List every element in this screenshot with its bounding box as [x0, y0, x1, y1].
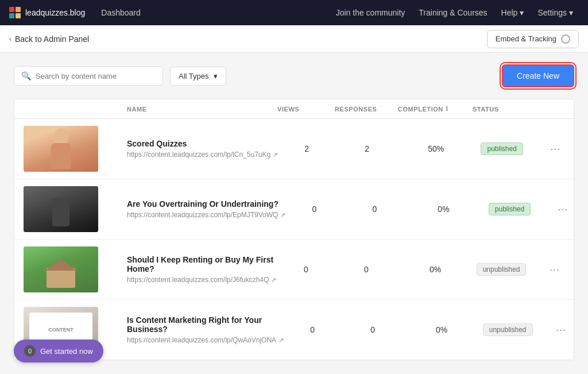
- row-info: Should I Keep Renting or Buy My First Ho…: [127, 255, 277, 284]
- get-started-bubble[interactable]: 0 Get started now: [14, 340, 103, 363]
- nav-help[interactable]: Help ▾: [496, 5, 530, 21]
- row-title: Scored Quizzes: [127, 139, 278, 148]
- row-info: Scored Quizzes https://content.leadquizz…: [127, 139, 278, 159]
- nav-settings[interactable]: Settings ▾: [532, 5, 579, 21]
- back-arrow-icon: ‹: [9, 35, 11, 43]
- row-title: Should I Keep Renting or Buy My First Ho…: [127, 255, 277, 273]
- th-actions: [530, 105, 564, 113]
- search-input[interactable]: [36, 72, 156, 80]
- nav-dashboard[interactable]: Dashboard: [94, 5, 148, 21]
- embed-circle-icon: [561, 34, 570, 44]
- sub-nav-right: Embed & Tracking: [487, 30, 579, 48]
- table-row: Should I Keep Renting or Buy My First Ho…: [14, 240, 574, 300]
- row-url: https://content.leadquizzes.com/lp/lCn_5…: [127, 151, 278, 159]
- row-actions: ···: [530, 261, 564, 278]
- row-views: 2: [278, 144, 335, 153]
- row-completion: 50%: [399, 144, 473, 153]
- get-started-label: Get started now: [40, 347, 93, 356]
- row-views: 0: [284, 325, 341, 334]
- completion-info-icon[interactable]: ℹ: [446, 105, 448, 113]
- th-empty: [24, 105, 127, 113]
- sub-nav: ‹ Back to Admin Panel Embed & Tracking: [0, 25, 588, 53]
- row-more-menu-button[interactable]: ···: [545, 261, 564, 278]
- type-chevron-icon: ▾: [214, 72, 218, 80]
- th-name: NAME: [127, 105, 277, 113]
- status-badge: published: [489, 203, 531, 215]
- create-new-button[interactable]: Create New: [502, 64, 574, 87]
- row-responses: 0: [343, 205, 406, 214]
- th-status: STATUS: [473, 105, 530, 113]
- external-link-icon[interactable]: ↗: [271, 276, 276, 284]
- external-link-icon[interactable]: ↗: [278, 337, 284, 344]
- row-completion: 0%: [406, 205, 481, 214]
- logo-area[interactable]: leadquizzes.blog: [9, 7, 85, 18]
- status-badge: unpublished: [483, 323, 533, 336]
- table-row: Scored Quizzes https://content.leadquizz…: [14, 119, 574, 179]
- row-views: 0: [285, 205, 343, 214]
- th-views: VIEWS: [277, 105, 335, 113]
- status-badge: unpublished: [477, 263, 527, 276]
- nav-training-courses[interactable]: Training & Courses: [413, 5, 493, 21]
- row-info: Are You Overtraining Or Undertraining? h…: [127, 199, 285, 219]
- row-status: unpublished: [473, 263, 530, 276]
- th-completion: COMPLETION ℹ: [398, 105, 473, 113]
- back-to-admin-link[interactable]: ‹ Back to Admin Panel: [9, 34, 89, 44]
- row-url: https://content.leadquizzes.com/lp/J6fuk…: [127, 276, 277, 284]
- row-thumbnail: [24, 126, 98, 172]
- status-badge: published: [481, 142, 523, 155]
- logo-icon: [9, 7, 21, 18]
- row-views: 0: [277, 265, 335, 274]
- settings-chevron-icon: ▾: [569, 8, 573, 17]
- row-actions: ···: [538, 201, 572, 218]
- row-more-menu-button[interactable]: ···: [546, 141, 565, 157]
- th-responses: RESPONSES: [335, 105, 398, 113]
- nav-join-community[interactable]: Join the community: [330, 5, 411, 21]
- row-completion: 0%: [404, 325, 479, 334]
- external-link-icon[interactable]: ↗: [280, 211, 285, 219]
- table-row: Are You Overtraining Or Undertraining? h…: [14, 179, 574, 240]
- row-url: https://content.leadquizzes.com/lp/EpMJT…: [127, 211, 285, 219]
- row-responses: 0: [335, 265, 398, 274]
- table-body: Scored Quizzes https://content.leadquizz…: [14, 119, 574, 360]
- toolbar: 🔍 All Types ▾ Create New: [0, 53, 588, 99]
- row-responses: 0: [341, 325, 404, 334]
- top-nav: leadquizzes.blog Dashboard Join the comm…: [0, 0, 588, 25]
- content-table: NAME VIEWS RESPONSES COMPLETION ℹ STATUS…: [14, 99, 574, 360]
- row-thumbnail: [24, 186, 98, 232]
- bubble-count: 0: [24, 345, 36, 357]
- row-status: published: [481, 203, 538, 215]
- row-status: unpublished: [479, 323, 536, 336]
- row-responses: 2: [335, 144, 399, 153]
- table-header: NAME VIEWS RESPONSES COMPLETION ℹ STATUS: [14, 99, 574, 119]
- type-filter-dropdown[interactable]: All Types ▾: [170, 67, 226, 86]
- nav-right-items: Join the community Training & Courses He…: [330, 5, 579, 21]
- row-completion: 0%: [398, 265, 473, 274]
- embed-tracking-button[interactable]: Embed & Tracking: [487, 30, 579, 48]
- row-title: Is Content Marketing Right for Your Busi…: [127, 315, 284, 334]
- nav-brand: leadquizzes.blog: [25, 8, 85, 17]
- external-link-icon[interactable]: ↗: [273, 151, 278, 159]
- row-actions: ···: [531, 141, 565, 157]
- row-title: Are You Overtraining Or Undertraining?: [127, 199, 285, 209]
- search-box[interactable]: 🔍: [14, 66, 163, 86]
- help-chevron-icon: ▾: [520, 8, 524, 17]
- row-info: Is Content Marketing Right for Your Busi…: [127, 315, 284, 344]
- row-more-menu-button[interactable]: ···: [553, 201, 572, 218]
- search-icon: 🔍: [21, 71, 31, 80]
- row-more-menu-button[interactable]: ···: [551, 322, 571, 338]
- row-status: published: [473, 142, 531, 155]
- row-thumbnail: [24, 246, 98, 292]
- row-url: https://content.leadquizzes.com/lp/QwAoV…: [127, 336, 284, 344]
- row-actions: ···: [536, 322, 571, 338]
